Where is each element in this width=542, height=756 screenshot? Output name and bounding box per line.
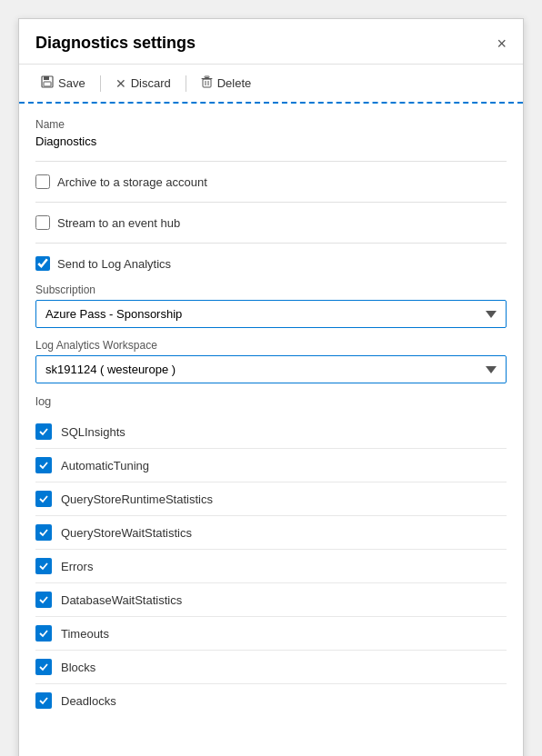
stream-checkbox[interactable] [35,215,50,230]
delete-button[interactable]: Delete [196,74,257,93]
qswait-label: QueryStoreWaitStatistics [61,526,192,540]
diagnostics-panel: Diagnostics settings × Save ✕ Discard [18,18,524,756]
divider-2 [35,202,507,203]
list-item: Errors [35,550,507,583]
archive-checkbox-row: Archive to a storage account [35,174,507,189]
svg-rect-5 [203,79,211,87]
archive-label[interactable]: Archive to a storage account [57,175,207,189]
autotuning-label: AutomaticTuning [61,459,149,472]
delete-label: Delete [217,76,252,90]
list-item: QueryStoreWaitStatistics [35,516,507,550]
toolbar: Save ✕ Discard Delete [19,65,523,104]
list-item: QueryStoreRuntimeStatistics [35,482,507,516]
discard-label: Discard [131,76,171,90]
svg-rect-2 [44,82,51,86]
subscription-dropdown[interactable]: Azure Pass - Sponsorship [35,300,507,328]
blocks-checkbox[interactable] [35,659,52,675]
svg-rect-1 [44,76,49,80]
panel-title: Diagnostics settings [35,34,196,53]
divider-1 [35,161,507,162]
list-item: Deadlocks [35,684,507,717]
workspace-dropdown[interactable]: sk191124 ( westeurope ) [35,355,507,383]
deadlocks-checkbox[interactable] [35,692,52,709]
toolbar-separator-1 [100,75,101,92]
subscription-group: Subscription Azure Pass - Sponsorship [35,284,507,328]
log-analytics-checkbox-row: Send to Log Analytics [35,256,507,271]
name-label: Name [35,118,507,131]
list-item: Timeouts [35,617,507,651]
save-label: Save [58,76,85,90]
name-value: Diagnostics [35,134,507,148]
divider-3 [35,243,507,244]
autotuning-checkbox[interactable] [35,457,52,473]
sqli-checkbox[interactable] [35,423,52,440]
content-area: Name Diagnostics Archive to a storage ac… [19,104,523,756]
qswait-checkbox[interactable] [35,524,52,541]
timeouts-checkbox[interactable] [35,625,52,642]
blocks-label: Blocks [61,661,95,674]
log-section: log SQLInsights AutomaticTuning QuerySto… [35,394,507,717]
workspace-label: Log Analytics Workspace [35,339,507,352]
deadlocks-label: Deadlocks [61,694,116,708]
save-icon [41,75,54,91]
log-section-title: log [35,394,507,408]
errors-checkbox[interactable] [35,558,52,574]
log-analytics-checkbox[interactable] [35,256,50,271]
timeouts-label: Timeouts [61,627,109,641]
save-button[interactable]: Save [35,74,91,93]
qsruntime-checkbox[interactable] [35,491,52,507]
name-field-group: Name Diagnostics [35,118,507,148]
log-analytics-label[interactable]: Send to Log Analytics [57,257,171,271]
svg-rect-4 [205,76,209,78]
list-item: DatabaseWaitStatistics [35,583,507,617]
discard-icon: ✕ [115,76,126,91]
qsruntime-label: QueryStoreRuntimeStatistics [61,492,213,506]
list-item: Blocks [35,651,507,684]
archive-checkbox[interactable] [35,174,50,189]
stream-label[interactable]: Stream to an event hub [57,216,180,230]
delete-icon [201,75,213,91]
subscription-label: Subscription [35,284,507,296]
toolbar-separator-2 [186,75,186,92]
stream-checkbox-row: Stream to an event hub [35,215,507,230]
close-button[interactable]: × [497,35,507,52]
workspace-group: Log Analytics Workspace sk191124 ( weste… [35,339,507,383]
dbwait-label: DatabaseWaitStatistics [61,593,182,607]
errors-label: Errors [61,560,93,573]
discard-button[interactable]: ✕ Discard [110,75,176,93]
dbwait-checkbox[interactable] [35,592,52,608]
sqli-label: SQLInsights [61,425,125,439]
panel-header: Diagnostics settings × [19,19,523,65]
list-item: AutomaticTuning [35,449,507,482]
list-item: SQLInsights [35,415,507,449]
